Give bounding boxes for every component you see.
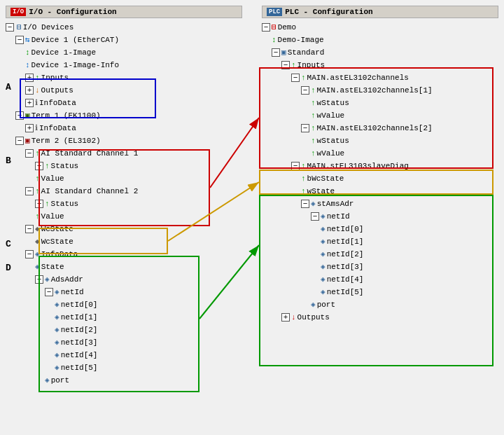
tree-row-stamsadr[interactable]: − ◈ stAmsAdr <box>262 198 498 210</box>
expand-io-devices[interactable]: − <box>6 23 14 32</box>
tree-row-netid1-l[interactable]: ◈ netId[1] <box>6 311 242 324</box>
tree-row-infodata-term1[interactable]: + ℹ InfoData <box>6 122 242 134</box>
tree-row-state[interactable]: ◈ State <box>6 261 242 273</box>
tree-row-term1[interactable]: − ▣ Term 1 (EK1100) <box>6 109 242 122</box>
tree-row-netid5-r[interactable]: ◈ netId[5] <box>262 286 498 298</box>
expand-ai2-status[interactable]: + <box>35 200 43 208</box>
netid3-l-label: netId[3] <box>61 336 98 349</box>
tree-row-ai2-status[interactable]: + ↑ Status <box>6 198 242 210</box>
wstatus-2-label: wStatus <box>317 134 349 147</box>
expand-wcstate[interactable]: − <box>25 225 34 233</box>
tree-row-main-el3102-2[interactable]: − ↑ MAIN.astEL3102channels[2] <box>262 122 498 134</box>
ai2-value-label: Value <box>41 210 64 223</box>
expand-term1[interactable]: − <box>15 111 24 120</box>
tree-row-demo-image[interactable]: ↕ Demo-Image <box>262 34 498 46</box>
tree-row-netid4-l[interactable]: ◈ netId[4] <box>6 349 242 361</box>
tree-row-main-el3102-1[interactable]: − ↑ MAIN.astEL3102channels[1] <box>262 84 498 97</box>
tree-row-netid2-r[interactable]: ◈ netId[2] <box>262 248 498 261</box>
tree-row-term2[interactable]: − ▣ Term 2 (EL3102) <box>6 134 242 147</box>
io-devices-icon: ⊟ <box>17 21 22 34</box>
tree-row-demo[interactable]: − ⊟ Demo <box>262 21 498 34</box>
tree-row-netid0-r[interactable]: ◈ netId[0] <box>262 223 498 235</box>
netid2-l-label: netId[2] <box>61 324 98 336</box>
tree-row-adsaddr[interactable]: − ◈ AdsAddr <box>6 273 242 286</box>
netid4-l-icon: ◈ <box>55 349 59 361</box>
tree-row-inputs-a[interactable]: + ↑ Inputs <box>6 71 242 84</box>
ai1-status-label: Status <box>51 160 79 172</box>
expand-main-diag[interactable]: − <box>291 162 300 170</box>
right-title-bar: PLC PLC - Configuration <box>262 6 498 18</box>
expand-outputs-a[interactable]: + <box>25 86 34 95</box>
tree-row-outputs-r[interactable]: + ↓ Outputs <box>262 311 498 324</box>
tree-row-main-el3102[interactable]: − ↑ MAIN.astEL3102channels <box>262 71 498 84</box>
tree-row-netid4-r[interactable]: ◈ netId[4] <box>262 273 498 286</box>
tree-row-ai2-value[interactable]: ↑ Value <box>6 210 242 223</box>
expand-infodata-term1[interactable]: + <box>25 124 34 132</box>
tree-row-wcstate-leaf[interactable]: ◆ WcState <box>6 235 242 248</box>
tree-row-device1-image[interactable]: ↕ Device 1-Image <box>6 46 242 59</box>
tree-row-main-diag[interactable]: − ↑ MAIN.stEL3103slaveDiag <box>262 160 498 172</box>
expand-standard[interactable]: − <box>272 48 280 57</box>
expand-main-el3102[interactable]: − <box>291 74 300 82</box>
netid-r-icon: ◈ <box>321 210 326 223</box>
label-d: D <box>6 263 11 273</box>
tree-row-wstatus-1[interactable]: ↑ wStatus <box>262 97 498 109</box>
device1-label: Device 1 (EtherCAT) <box>31 34 119 46</box>
tree-row-ai2[interactable]: − ↑ AI Standard Channel 2 <box>6 185 242 198</box>
netid1-r-icon: ◈ <box>321 235 326 248</box>
tree-row-wvalue-2[interactable]: ↑ wValue <box>262 147 498 160</box>
tree-row-wstatus-2[interactable]: ↑ wStatus <box>262 134 498 147</box>
netid0-r-icon: ◈ <box>321 223 326 235</box>
tree-row-inputs-r[interactable]: − ↑ Inputs <box>262 59 498 71</box>
tree-row-netid-r[interactable]: − ◈ netId <box>262 210 498 223</box>
tree-row-port-r[interactable]: ◈ port <box>262 298 498 311</box>
expand-ai2[interactable]: − <box>25 187 34 195</box>
tree-row-wstate[interactable]: ↑ wState <box>262 185 498 198</box>
expand-term2[interactable]: − <box>15 137 24 145</box>
tree-row-io-devices[interactable]: − ⊟ I/O Devices <box>6 21 242 34</box>
expand-inputs-a[interactable]: + <box>25 74 34 82</box>
expand-stamsadr[interactable]: − <box>301 200 309 208</box>
expand-main-el3102-2[interactable]: − <box>301 124 309 132</box>
tree-row-outputs-a[interactable]: + ↓ Outputs <box>6 84 242 97</box>
tree-row-wvalue-1[interactable]: ↑ wValue <box>262 109 498 122</box>
tree-row-bwcstate[interactable]: ↑ bWcState <box>262 172 498 185</box>
tree-row-ai1[interactable]: − ↑ AI Standard Channel 1 <box>6 147 242 160</box>
expand-infodata-a[interactable]: + <box>25 99 34 107</box>
expand-main-el3102-1[interactable]: − <box>301 86 309 95</box>
tree-row-netid-l[interactable]: − ◈ netId <box>6 286 242 298</box>
expand-netid-l[interactable]: − <box>45 288 53 296</box>
tree-row-netid0-l[interactable]: ◈ netId[0] <box>6 298 242 311</box>
expand-netid-r[interactable]: − <box>311 212 319 221</box>
expand-infodata-d[interactable]: − <box>25 250 34 258</box>
tree-row-netid2-l[interactable]: ◈ netId[2] <box>6 324 242 336</box>
tree-row-netid5-l[interactable]: ◈ netId[5] <box>6 361 242 374</box>
expand-inputs-r[interactable]: − <box>281 61 290 69</box>
ai2-label: AI Standard Channel 2 <box>41 185 139 198</box>
tree-row-device1-imageinfo[interactable]: ↕ Device 1-Image-Info <box>6 59 242 71</box>
wvalue-1-icon: ↑ <box>311 109 316 122</box>
main-el3102-1-label: MAIN.astEL3102channels[1] <box>317 84 433 97</box>
tree-row-ai1-status[interactable]: + ↑ Status <box>6 160 242 172</box>
ai2-status-label: Status <box>51 198 79 210</box>
expand-ai1-status[interactable]: + <box>35 162 43 170</box>
tree-row-infodata-d[interactable]: − ◈ InfoData <box>6 248 242 261</box>
netid4-r-icon: ◈ <box>321 273 326 286</box>
tree-row-infodata-a[interactable]: + ℹ InfoData <box>6 97 242 109</box>
tree-row-standard[interactable]: − ▣ Standard <box>262 46 498 59</box>
expand-ai1[interactable]: − <box>25 149 34 158</box>
expand-demo[interactable]: − <box>262 23 270 32</box>
ai2-value-icon: ↑ <box>35 210 40 223</box>
expand-device1[interactable]: − <box>15 36 24 44</box>
tree-row-device1[interactable]: − ⇆ Device 1 (EtherCAT) <box>6 34 242 46</box>
tree-row-netid3-r[interactable]: ◈ netId[3] <box>262 261 498 273</box>
wcstate-icon: ◆ <box>35 223 40 235</box>
state-label: State <box>41 261 64 273</box>
tree-row-port-l[interactable]: ◈ port <box>6 374 242 387</box>
expand-outputs-r[interactable]: + <box>281 313 290 322</box>
expand-adsaddr[interactable]: − <box>35 275 43 284</box>
tree-row-netid1-r[interactable]: ◈ netId[1] <box>262 235 498 248</box>
tree-row-wcstate[interactable]: − ◆ WcState <box>6 223 242 235</box>
tree-row-netid3-l[interactable]: ◈ netId[3] <box>6 336 242 349</box>
tree-row-ai1-value[interactable]: ↑ Value <box>6 172 242 185</box>
